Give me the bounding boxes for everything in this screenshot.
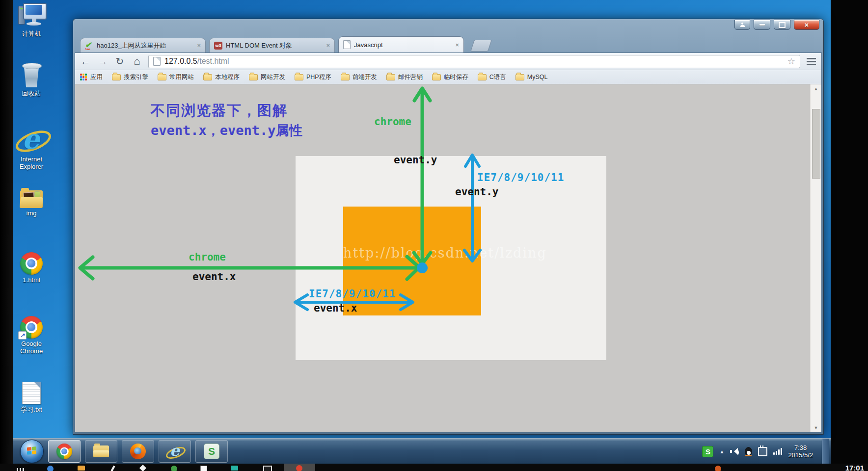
partial-icon [78, 466, 85, 471]
menu-icon[interactable] [806, 57, 817, 66]
desktop-icon-1html[interactable]: 1.html [10, 252, 53, 284]
partial-icon [47, 466, 54, 471]
forward-icon[interactable]: → [97, 56, 108, 67]
tab-html-dom-event[interactable]: w3 HTML DOM Event 对象 × [209, 38, 335, 52]
hao123-icon: ✔hao [85, 42, 93, 50]
bookmark-folder[interactable]: 临时保存 [432, 73, 468, 81]
folder-icon [515, 74, 524, 80]
desktop-icon-label: 1.html [23, 276, 40, 284]
label-chrome-horizontal: chrome [189, 251, 226, 263]
scroll-up-icon[interactable]: ▲ [811, 86, 821, 91]
minimize-button[interactable] [754, 20, 770, 30]
desktop-icon-study-txt[interactable]: 学习.txt [10, 382, 53, 413]
partial-icon [715, 466, 721, 471]
tab-title: hao123_上网从这里开始 [97, 41, 193, 50]
folder-icon [249, 74, 258, 80]
back-icon[interactable]: ← [80, 56, 91, 67]
bookmark-folder[interactable]: MySQL [515, 74, 548, 80]
bookmark-folder[interactable]: 邮件营销 [386, 73, 423, 81]
bookmark-folder[interactable]: 前端开发 [341, 73, 377, 81]
qq-icon[interactable] [745, 447, 752, 456]
folder-icon [386, 74, 395, 80]
label-event-x-ie: event.x [314, 302, 357, 314]
maximize-button[interactable] [774, 20, 790, 30]
scrollbar[interactable]: ▲ ▼ [810, 84, 821, 432]
new-tab-button[interactable] [470, 40, 492, 52]
internet-explorer-icon: e [166, 443, 183, 460]
desktop-icon-img-folder[interactable]: img [10, 190, 53, 217]
label-ie-horizontal: IE7/8/9/10/11 [309, 288, 396, 300]
tab-close-icon[interactable]: × [197, 42, 201, 49]
text-file-icon [22, 382, 41, 404]
page-icon [343, 40, 351, 49]
show-desktop-button[interactable] [822, 439, 829, 464]
tab-close-icon[interactable]: × [455, 42, 459, 48]
bookmark-folder[interactable]: 网站开发 [249, 73, 285, 81]
bookmark-folder[interactable]: 搜索引擎 [112, 73, 148, 81]
tab-close-icon[interactable]: × [326, 42, 330, 49]
tray-expand-icon[interactable]: ▲ [719, 449, 724, 454]
tab-javascript[interactable]: Javascript × [338, 36, 464, 52]
folder-icon [158, 74, 166, 80]
close-button[interactable]: × [794, 20, 819, 30]
bottom-bar: 17:01 [0, 464, 868, 471]
folder-icon [203, 74, 212, 80]
taskbar-button-sogou[interactable]: S [195, 440, 228, 463]
start-button[interactable] [20, 440, 44, 463]
desktop-icon-internet-explorer[interactable]: e Internet Explorer [10, 126, 53, 170]
bookmark-label: 应用 [90, 73, 103, 81]
network-signal-icon[interactable] [773, 448, 782, 455]
watermark-text: http://blog.csdn.net/lzding [343, 245, 547, 261]
bookmark-label: C语言 [489, 73, 506, 81]
tab-title: HTML DOM Event 对象 [226, 41, 323, 50]
scroll-down-icon[interactable]: ▼ [811, 425, 821, 430]
input-method-indicator[interactable]: S [702, 446, 713, 457]
recycle-bin-icon [22, 63, 41, 88]
power-plug-icon[interactable] [758, 447, 767, 456]
bookmark-folder[interactable]: 本地程序 [203, 73, 240, 81]
taskbar-button-firefox[interactable] [122, 440, 154, 463]
desktop-icon-computer[interactable]: 计算机 [10, 3, 53, 37]
bookmark-folder[interactable]: PHP程序 [295, 73, 331, 81]
tab-title: Javascript [354, 41, 452, 49]
partial-icon [200, 466, 207, 471]
label-event-x-chrome: event.x [192, 271, 236, 283]
desktop-icon-google-chrome[interactable]: ↗ Google Chrome [10, 316, 53, 355]
taskbar-clock[interactable]: 7:38 2015/5/2 [788, 444, 813, 459]
taskbar: e S S ▲ 7:38 2015/5/2 [13, 438, 831, 464]
home-icon[interactable]: ⌂ [131, 56, 143, 67]
browser-client-area: ← → ↻ ⌂ 127.0.0.5/test.html ☆ 应用 搜索引擎 常用 [75, 52, 822, 433]
scrollbar-thumb[interactable] [812, 109, 820, 179]
folder-icon [341, 74, 350, 80]
page-title-line2: event.x，event.y属性 [151, 122, 302, 139]
profile-button[interactable] [734, 20, 750, 30]
close-icon: × [805, 21, 809, 28]
label-ie-vertical: IE7/8/9/10/11 [477, 172, 564, 183]
bookmark-apps[interactable]: 应用 [80, 73, 103, 81]
taskbar-button-ie[interactable]: e [159, 440, 191, 463]
firefox-icon [130, 444, 146, 459]
taskbar-button-chrome[interactable] [48, 440, 81, 463]
url-text: 127.0.0.5/test.html [164, 57, 229, 65]
volume-icon[interactable] [730, 448, 739, 455]
address-bar[interactable]: 127.0.0.5/test.html ☆ [148, 55, 800, 68]
folder-icon [112, 74, 121, 80]
partial-icon [171, 466, 177, 471]
secondary-clock: 17:01 [845, 464, 864, 471]
partial-icon [139, 465, 146, 471]
screen-right-black-border [831, 0, 868, 471]
taskbar-button-explorer[interactable] [85, 440, 117, 463]
windows-logo-icon [27, 446, 37, 456]
partial-icon [17, 466, 26, 471]
folder-icon [432, 74, 441, 80]
browser-window: × ✔hao hao123_上网从这里开始 × w3 HTML DOM Even… [73, 19, 824, 435]
bookmark-folder[interactable]: C语言 [478, 73, 506, 81]
desktop-icon-label: Google Chrome [17, 340, 46, 355]
url-host: 127.0.0.5 [164, 57, 197, 65]
reload-icon[interactable]: ↻ [114, 56, 126, 67]
bookmark-folder[interactable]: 常用网站 [158, 73, 194, 81]
partial-icon-block [284, 464, 315, 471]
bookmark-star-icon[interactable]: ☆ [787, 56, 795, 67]
tab-hao123[interactable]: ✔hao hao123_上网从这里开始 × [80, 38, 206, 52]
desktop-icon-recycle-bin[interactable]: 回收站 [10, 63, 53, 97]
